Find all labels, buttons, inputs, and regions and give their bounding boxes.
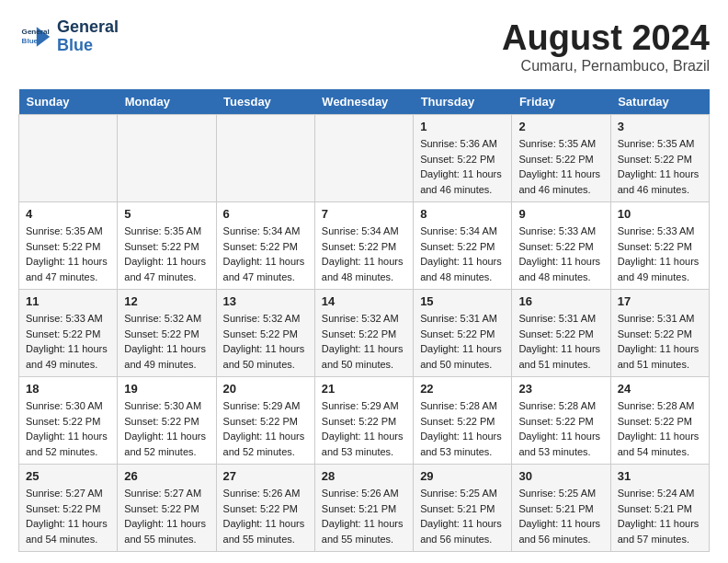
day-info: Sunrise: 5:34 AMSunset: 5:22 PMDaylight:… xyxy=(322,224,406,284)
calendar-cell: 1Sunrise: 5:36 AMSunset: 5:22 PMDaylight… xyxy=(414,115,512,202)
day-info: Sunrise: 5:32 AMSunset: 5:22 PMDaylight:… xyxy=(124,311,209,372)
svg-text:Blue: Blue xyxy=(22,37,39,45)
day-info: Sunrise: 5:31 AMSunset: 5:22 PMDaylight:… xyxy=(420,311,505,372)
day-number: 10 xyxy=(618,207,702,221)
month-title: August 2024 xyxy=(502,18,710,58)
day-number: 13 xyxy=(223,294,308,308)
calendar-cell: 6Sunrise: 5:34 AMSunset: 5:22 PMDaylight… xyxy=(216,202,314,290)
day-number: 27 xyxy=(223,469,308,483)
day-number: 30 xyxy=(518,469,603,483)
day-number: 24 xyxy=(618,382,702,396)
calendar-cell: 15Sunrise: 5:31 AMSunset: 5:22 PMDayligh… xyxy=(414,290,512,377)
day-info: Sunrise: 5:26 AMSunset: 5:21 PMDaylight:… xyxy=(322,486,406,546)
day-info: Sunrise: 5:35 AMSunset: 5:22 PMDaylight:… xyxy=(618,136,702,197)
calendar-cell: 24Sunrise: 5:28 AMSunset: 5:22 PMDayligh… xyxy=(610,377,709,465)
day-info: Sunrise: 5:28 AMSunset: 5:22 PMDaylight:… xyxy=(518,398,603,459)
calendar-cell: 26Sunrise: 5:27 AMSunset: 5:22 PMDayligh… xyxy=(118,465,216,552)
calendar-cell: 12Sunrise: 5:32 AMSunset: 5:22 PMDayligh… xyxy=(118,290,216,377)
calendar-cell: 16Sunrise: 5:31 AMSunset: 5:22 PMDayligh… xyxy=(512,290,610,377)
day-number: 19 xyxy=(124,382,209,396)
day-number: 5 xyxy=(124,207,209,221)
day-info: Sunrise: 5:25 AMSunset: 5:21 PMDaylight:… xyxy=(518,486,603,546)
logo-line1: General xyxy=(57,18,119,37)
calendar-cell: 27Sunrise: 5:26 AMSunset: 5:22 PMDayligh… xyxy=(216,465,314,552)
page-header: General Blue General Blue August 2024 Cu… xyxy=(18,18,710,75)
calendar-cell xyxy=(19,115,118,202)
day-info: Sunrise: 5:28 AMSunset: 5:22 PMDaylight:… xyxy=(618,398,702,459)
calendar-cell: 30Sunrise: 5:25 AMSunset: 5:21 PMDayligh… xyxy=(512,465,610,552)
day-number: 1 xyxy=(420,120,505,133)
logo: General Blue General Blue xyxy=(18,18,119,55)
weekday-header-sunday: Sunday xyxy=(19,89,118,115)
calendar-cell xyxy=(118,115,216,202)
week-row-4: 18Sunrise: 5:30 AMSunset: 5:22 PMDayligh… xyxy=(19,377,710,465)
calendar-cell xyxy=(314,115,413,202)
calendar-cell: 31Sunrise: 5:24 AMSunset: 5:21 PMDayligh… xyxy=(610,465,709,552)
day-info: Sunrise: 5:30 AMSunset: 5:22 PMDaylight:… xyxy=(26,398,110,459)
calendar-cell xyxy=(216,115,314,202)
calendar-cell: 17Sunrise: 5:31 AMSunset: 5:22 PMDayligh… xyxy=(610,290,709,377)
day-number: 22 xyxy=(420,382,505,396)
calendar-cell: 29Sunrise: 5:25 AMSunset: 5:21 PMDayligh… xyxy=(414,465,512,552)
weekday-header-friday: Friday xyxy=(512,89,610,115)
day-number: 20 xyxy=(223,382,308,396)
calendar-cell: 4Sunrise: 5:35 AMSunset: 5:22 PMDaylight… xyxy=(19,202,118,290)
day-number: 31 xyxy=(618,469,702,483)
week-row-2: 4Sunrise: 5:35 AMSunset: 5:22 PMDaylight… xyxy=(19,202,710,290)
day-number: 21 xyxy=(322,382,406,396)
day-info: Sunrise: 5:26 AMSunset: 5:22 PMDaylight:… xyxy=(223,486,308,546)
day-number: 14 xyxy=(322,294,406,308)
day-info: Sunrise: 5:29 AMSunset: 5:22 PMDaylight:… xyxy=(223,398,308,459)
day-info: Sunrise: 5:25 AMSunset: 5:21 PMDaylight:… xyxy=(420,486,505,546)
day-info: Sunrise: 5:35 AMSunset: 5:22 PMDaylight:… xyxy=(518,136,603,197)
weekday-header-wednesday: Wednesday xyxy=(314,89,413,115)
day-number: 18 xyxy=(26,382,110,396)
day-number: 29 xyxy=(420,469,505,483)
calendar-cell: 28Sunrise: 5:26 AMSunset: 5:21 PMDayligh… xyxy=(314,465,413,552)
day-info: Sunrise: 5:32 AMSunset: 5:22 PMDaylight:… xyxy=(223,311,308,372)
day-info: Sunrise: 5:27 AMSunset: 5:22 PMDaylight:… xyxy=(124,486,209,546)
calendar-cell: 21Sunrise: 5:29 AMSunset: 5:22 PMDayligh… xyxy=(314,377,413,465)
calendar-cell: 9Sunrise: 5:33 AMSunset: 5:22 PMDaylight… xyxy=(512,202,610,290)
calendar-table: SundayMondayTuesdayWednesdayThursdayFrid… xyxy=(18,89,710,552)
day-info: Sunrise: 5:28 AMSunset: 5:22 PMDaylight:… xyxy=(420,398,505,459)
calendar-cell: 8Sunrise: 5:34 AMSunset: 5:22 PMDaylight… xyxy=(414,202,512,290)
weekday-header-saturday: Saturday xyxy=(610,89,709,115)
svg-text:General: General xyxy=(22,28,50,36)
calendar-cell: 13Sunrise: 5:32 AMSunset: 5:22 PMDayligh… xyxy=(216,290,314,377)
day-info: Sunrise: 5:36 AMSunset: 5:22 PMDaylight:… xyxy=(420,136,505,197)
day-number: 12 xyxy=(124,294,209,308)
calendar-cell: 7Sunrise: 5:34 AMSunset: 5:22 PMDaylight… xyxy=(314,202,413,290)
day-info: Sunrise: 5:33 AMSunset: 5:22 PMDaylight:… xyxy=(618,224,702,284)
calendar-cell: 2Sunrise: 5:35 AMSunset: 5:22 PMDaylight… xyxy=(512,115,610,202)
day-number: 28 xyxy=(322,469,406,483)
day-number: 3 xyxy=(618,120,702,133)
day-number: 15 xyxy=(420,294,505,308)
day-number: 25 xyxy=(26,469,110,483)
week-row-5: 25Sunrise: 5:27 AMSunset: 5:22 PMDayligh… xyxy=(19,465,710,552)
weekday-header-tuesday: Tuesday xyxy=(216,89,314,115)
day-number: 8 xyxy=(420,207,505,221)
day-info: Sunrise: 5:34 AMSunset: 5:22 PMDaylight:… xyxy=(420,224,505,284)
day-number: 23 xyxy=(518,382,603,396)
calendar-cell: 11Sunrise: 5:33 AMSunset: 5:22 PMDayligh… xyxy=(19,290,118,377)
day-number: 7 xyxy=(322,207,406,221)
day-number: 4 xyxy=(26,207,110,221)
weekday-header-row: SundayMondayTuesdayWednesdayThursdayFrid… xyxy=(19,89,710,115)
day-number: 16 xyxy=(518,294,603,308)
calendar-cell: 18Sunrise: 5:30 AMSunset: 5:22 PMDayligh… xyxy=(19,377,118,465)
logo-line2: Blue xyxy=(57,37,119,55)
day-info: Sunrise: 5:31 AMSunset: 5:22 PMDaylight:… xyxy=(618,311,702,372)
calendar-cell: 10Sunrise: 5:33 AMSunset: 5:22 PMDayligh… xyxy=(610,202,709,290)
calendar-cell: 22Sunrise: 5:28 AMSunset: 5:22 PMDayligh… xyxy=(414,377,512,465)
day-info: Sunrise: 5:29 AMSunset: 5:22 PMDaylight:… xyxy=(322,398,406,459)
logo-icon: General Blue xyxy=(18,20,51,53)
week-row-3: 11Sunrise: 5:33 AMSunset: 5:22 PMDayligh… xyxy=(19,290,710,377)
day-number: 2 xyxy=(518,120,603,133)
week-row-1: 1Sunrise: 5:36 AMSunset: 5:22 PMDaylight… xyxy=(19,115,710,202)
day-info: Sunrise: 5:35 AMSunset: 5:22 PMDaylight:… xyxy=(26,224,110,284)
calendar-cell: 3Sunrise: 5:35 AMSunset: 5:22 PMDaylight… xyxy=(610,115,709,202)
calendar-cell: 5Sunrise: 5:35 AMSunset: 5:22 PMDaylight… xyxy=(118,202,216,290)
day-info: Sunrise: 5:27 AMSunset: 5:22 PMDaylight:… xyxy=(26,486,110,546)
calendar-cell: 23Sunrise: 5:28 AMSunset: 5:22 PMDayligh… xyxy=(512,377,610,465)
